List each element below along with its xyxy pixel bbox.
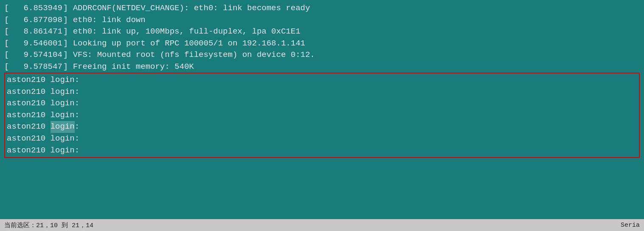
- timestamp-1: 6.853949: [9, 3, 63, 14]
- status-bar: 当前选区：21，10 到 21，14 Seria: [0, 219, 644, 231]
- login-line-1: aston210 login:: [5, 74, 639, 86]
- login-prefix-2: aston210 login:: [7, 86, 79, 98]
- login-line-5: aston210 login:: [5, 121, 639, 133]
- log-msg-4: Looking up port of RPC 100005/1 on 192.1…: [73, 38, 305, 50]
- login-highlight: login: [51, 121, 75, 133]
- login-prefix-7: aston210 login:: [7, 145, 79, 157]
- log-line-5: [ 9.574104 ] VFS: Mounted root (nfs file…: [4, 49, 640, 61]
- status-mode: Seria: [621, 222, 640, 229]
- log-msg-3: eth0: link up, 100Mbps, full-duplex, lpa…: [73, 26, 301, 38]
- log-msg-2: eth0: link down: [73, 14, 146, 26]
- login-prefix-4: aston210 login:: [7, 110, 79, 121]
- log-text-6: [68, 61, 73, 73]
- log-line-4: [ 9.546001 ] Looking up port of RPC 1000…: [4, 38, 640, 50]
- log-line-1: [ 6.853949 ] ADDRCONF(NETDEV_CHANGE): et…: [4, 3, 640, 14]
- log-line-2: [ 6.877098 ] eth0: link down: [4, 14, 640, 26]
- log-msg-6: Freeing init memory: 540K: [73, 61, 194, 73]
- timestamp-4: 9.546001: [9, 38, 63, 50]
- login-line-3: aston210 login:: [5, 98, 639, 110]
- login-prefix-6: aston210 login:: [7, 133, 79, 145]
- login-prefix-3: aston210 login:: [7, 98, 79, 110]
- log-text-1: [68, 3, 73, 14]
- timestamp-3: 8.861471: [9, 26, 63, 38]
- login-line-7: aston210 login:: [5, 145, 639, 157]
- timestamp-5: 9.574104: [9, 49, 63, 61]
- log-text-5: [68, 49, 73, 61]
- log-msg-5: VFS: Mounted root (nfs filesystem) on de…: [73, 49, 315, 61]
- log-text-3: [68, 26, 73, 38]
- log-text-2: [68, 14, 73, 26]
- login-line-4: aston210 login:: [5, 110, 639, 121]
- log-msg-1: ADDRCONF(NETDEV_CHANGE): eth0: link beco…: [73, 3, 310, 14]
- log-line-6: [ 9.578547 ] Freeing init memory: 540K: [4, 61, 640, 73]
- terminal-content: [ 6.853949 ] ADDRCONF(NETDEV_CHANGE): et…: [0, 0, 644, 219]
- login-line-2: aston210 login:: [5, 86, 639, 98]
- log-line-3: [ 8.861471 ] eth0: link up, 100Mbps, ful…: [4, 26, 640, 38]
- log-text-4: [68, 38, 73, 50]
- login-colon-5: :: [75, 121, 79, 133]
- login-prefix-5: aston210: [7, 121, 51, 133]
- login-line-6: aston210 login:: [5, 133, 639, 145]
- status-selection: 当前选区：21，10 到 21，14: [4, 221, 93, 229]
- timestamp-2: 6.877098: [9, 14, 63, 26]
- login-section: aston210 login: aston210 login: aston210…: [4, 73, 640, 158]
- login-prefix-1: aston210 login:: [7, 74, 79, 86]
- timestamp-6: 9.578547: [9, 61, 63, 73]
- terminal-window: [ 6.853949 ] ADDRCONF(NETDEV_CHANGE): et…: [0, 0, 644, 231]
